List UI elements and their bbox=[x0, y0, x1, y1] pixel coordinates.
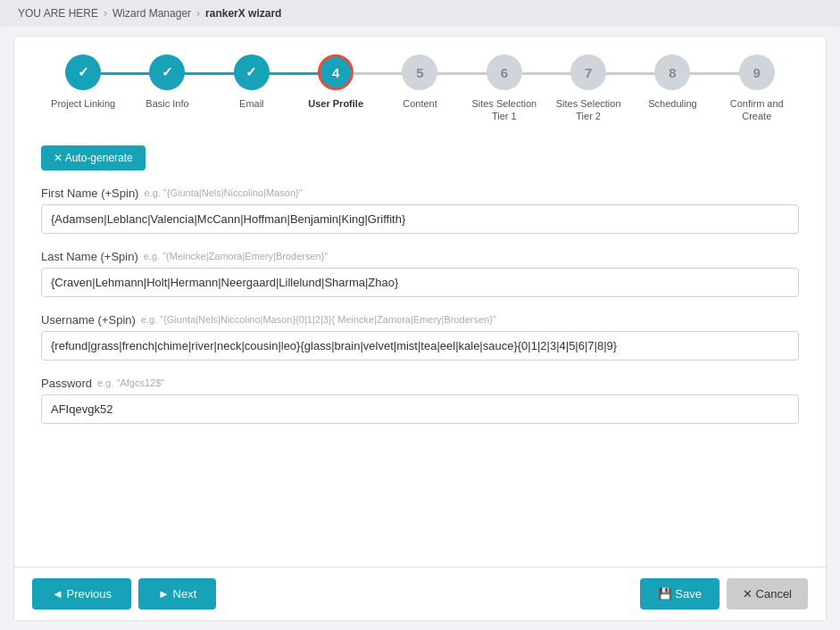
breadcrumb-current: rankerX wizard bbox=[205, 7, 281, 20]
step-1-circle: ✓ bbox=[65, 54, 101, 90]
next-button[interactable]: ► Next bbox=[138, 578, 216, 609]
username-hint: e.g. "{Giunta|Nels|Niccolino|Mason}{0|1|… bbox=[141, 314, 496, 325]
step-9[interactable]: 9 Confirm and Create bbox=[715, 54, 799, 123]
footer-action-buttons: 💾 Save ✕ Cancel bbox=[640, 578, 808, 609]
step-7-circle: 7 bbox=[570, 54, 606, 90]
username-label: Username (+Spin) e.g. "{Giunta|Nels|Nicc… bbox=[41, 313, 799, 327]
breadcrumb-sep2: › bbox=[196, 7, 200, 20]
step-5-label: Content bbox=[403, 97, 437, 110]
footer-nav-buttons: ◄ Previous ► Next bbox=[32, 578, 216, 609]
step-2[interactable]: ✓ Basic Info bbox=[125, 54, 209, 110]
step-2-label: Basic Info bbox=[146, 97, 188, 110]
step-3-circle: ✓ bbox=[234, 54, 270, 90]
wizard-steps: ✓ Project Linking ✓ Basic Info ✓ Email 4… bbox=[14, 37, 826, 132]
breadcrumb: YOU ARE HERE › Wizard Manager › rankerX … bbox=[0, 0, 840, 27]
step-5-circle: 5 bbox=[402, 54, 437, 90]
last-name-label: Last Name (+Spin) e.g. "{Meincke|Zamora|… bbox=[41, 250, 799, 263]
main-card: ✓ Project Linking ✓ Basic Info ✓ Email 4… bbox=[13, 36, 827, 621]
step-4-circle: 4 bbox=[318, 54, 353, 90]
cancel-button[interactable]: ✕ Cancel bbox=[727, 578, 808, 609]
breadcrumb-wizard-manager: Wizard Manager bbox=[112, 7, 191, 20]
username-input[interactable] bbox=[41, 331, 799, 361]
step-2-circle: ✓ bbox=[149, 54, 185, 90]
password-input[interactable] bbox=[41, 394, 799, 424]
step-4-label: User Profile bbox=[308, 97, 363, 110]
step-6[interactable]: 6 Sites Selection Tier 1 bbox=[462, 54, 546, 123]
first-name-group: First Name (+Spin) e.g. "{Giunta|Nels|Ni… bbox=[41, 187, 799, 234]
step-1[interactable]: ✓ Project Linking bbox=[41, 54, 125, 110]
first-name-label: First Name (+Spin) e.g. "{Giunta|Nels|Ni… bbox=[41, 187, 799, 200]
step-4[interactable]: 4 User Profile bbox=[294, 54, 378, 110]
password-hint: e.g. "Afgcs12$" bbox=[97, 377, 164, 388]
form-area: ✕ Auto-generate First Name (+Spin) e.g. … bbox=[14, 132, 826, 567]
username-group: Username (+Spin) e.g. "{Giunta|Nels|Nicc… bbox=[41, 313, 799, 361]
password-label: Password e.g. "Afgcs12$" bbox=[41, 377, 799, 390]
save-button[interactable]: 💾 Save bbox=[640, 578, 719, 609]
previous-button[interactable]: ◄ Previous bbox=[32, 578, 131, 609]
last-name-input[interactable] bbox=[41, 268, 799, 297]
step-9-label: Confirm and Create bbox=[721, 97, 793, 123]
page-wrapper: YOU ARE HERE › Wizard Manager › rankerX … bbox=[0, 0, 840, 630]
password-group: Password e.g. "Afgcs12$" bbox=[41, 377, 799, 424]
step-8-circle: 8 bbox=[654, 54, 690, 90]
step-6-label: Sites Selection Tier 1 bbox=[469, 97, 540, 123]
steps-track: ✓ Project Linking ✓ Basic Info ✓ Email 4… bbox=[41, 54, 799, 123]
step-7[interactable]: 7 Sites Selection Tier 2 bbox=[546, 54, 630, 123]
last-name-hint: e.g. "{Meincke|Zamora|Emery|Brodersen}" bbox=[144, 251, 329, 261]
first-name-hint: e.g. "{Giunta|Nels|Niccolino|Mason}" bbox=[144, 187, 302, 198]
step-6-circle: 6 bbox=[487, 54, 522, 90]
first-name-input[interactable] bbox=[41, 204, 799, 234]
step-9-circle: 9 bbox=[739, 54, 775, 90]
footer-bar: ◄ Previous ► Next 💾 Save ✕ Cancel bbox=[14, 567, 826, 620]
breadcrumb-you-are-here: YOU ARE HERE bbox=[18, 7, 98, 20]
auto-generate-button[interactable]: ✕ Auto-generate bbox=[41, 145, 146, 170]
breadcrumb-sep1: › bbox=[104, 7, 107, 20]
step-3-label: Email bbox=[239, 97, 264, 110]
step-7-label: Sites Selection Tier 2 bbox=[553, 97, 624, 123]
last-name-group: Last Name (+Spin) e.g. "{Meincke|Zamora|… bbox=[41, 250, 799, 297]
step-8[interactable]: 8 Scheduling bbox=[630, 54, 714, 110]
step-5[interactable]: 5 Content bbox=[378, 54, 462, 110]
step-1-label: Project Linking bbox=[51, 97, 115, 110]
step-3[interactable]: ✓ Email bbox=[210, 54, 294, 110]
step-8-label: Scheduling bbox=[648, 97, 696, 110]
